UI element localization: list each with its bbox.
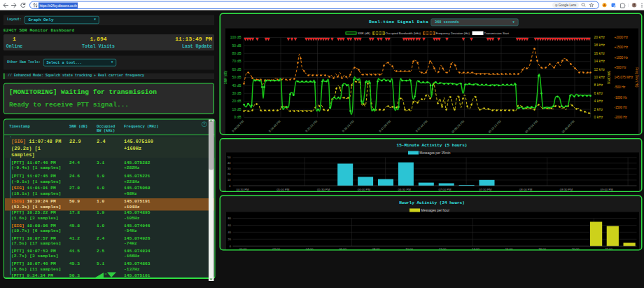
svg-text:Freq Dev (Hz): Freq Dev (Hz)	[635, 67, 638, 88]
svg-text:16:00: 16:00	[505, 247, 513, 251]
svg-text:10 dB: 10 dB	[232, 107, 241, 111]
svg-text:SNR (dB): SNR (dB)	[224, 70, 227, 84]
svg-text:30 dB: 30 dB	[232, 91, 241, 95]
svg-text:14 kHz: 14 kHz	[594, 59, 606, 63]
svg-text:50: 50	[227, 156, 231, 159]
svg-text:12:00: 12:00	[439, 247, 447, 251]
svg-text:10: 10	[227, 178, 231, 181]
svg-text:18 kHz: 18 kHz	[594, 43, 606, 47]
svg-text:20:00: 20:00	[572, 247, 580, 251]
svg-text:+2000 Hz: +2000 Hz	[615, 36, 629, 39]
svg-text:-1000 Hz: -1000 Hz	[615, 96, 628, 100]
svg-text:07:00 PM: 07:00 PM	[438, 188, 451, 191]
svg-text:14:00: 14:00	[472, 247, 479, 251]
svg-text:60 dB: 60 dB	[232, 67, 241, 71]
svg-text:05:00 PM: 05:00 PM	[276, 188, 290, 191]
svg-text:08:00: 08:00	[372, 247, 380, 251]
svg-text:06:30 PM: 06:30 PM	[398, 188, 412, 191]
svg-text:+500 Hz: +500 Hz	[615, 66, 627, 69]
svg-text:09:00 PM: 09:00 PM	[601, 188, 614, 191]
svg-text:10 kHz: 10 kHz	[594, 75, 606, 79]
svg-text:08:00 PM: 08:00 PM	[519, 188, 533, 191]
svg-text:70 dB: 70 dB	[232, 59, 241, 63]
svg-text:08:30 PM: 08:30 PM	[560, 188, 573, 191]
svg-text:20: 20	[228, 238, 232, 241]
svg-text:22:00: 22:00	[605, 247, 612, 251]
svg-text:100 dB: 100 dB	[230, 35, 242, 39]
svg-text:BW (kHz): BW (kHz)	[607, 71, 610, 85]
svg-text:12 kHz: 12 kHz	[594, 67, 606, 71]
svg-text:90 dB: 90 dB	[232, 43, 241, 48]
svg-text:16 kHz: 16 kHz	[594, 51, 606, 55]
svg-text:60: 60	[228, 224, 232, 227]
svg-text:8 kHz: 8 kHz	[594, 83, 603, 87]
svg-text:04:30 PM: 04:30 PM	[236, 188, 249, 191]
svg-text:6 kHz: 6 kHz	[594, 91, 603, 95]
svg-text:145.075 MHz: 145.075 MHz	[615, 76, 634, 79]
svg-text:20 kHz: 20 kHz	[594, 35, 606, 39]
svg-text:06:00: 06:00	[339, 247, 346, 251]
svg-text:+1500 Hz: +1500 Hz	[615, 46, 629, 49]
svg-text:2 kHz: 2 kHz	[594, 107, 603, 111]
svg-text:80: 80	[228, 217, 232, 220]
svg-text:02:00: 02:00	[272, 247, 280, 251]
svg-text:4 kHz: 4 kHz	[594, 99, 603, 103]
svg-text:0 dB: 0 dB	[234, 115, 241, 119]
svg-text:-1500 Hz: -1500 Hz	[615, 106, 628, 109]
svg-text:04:00: 04:00	[306, 247, 314, 251]
svg-text:10:00: 10:00	[405, 247, 413, 251]
svg-text:+1000 Hz: +1000 Hz	[615, 56, 629, 60]
svg-text:40: 40	[227, 161, 231, 165]
svg-text:05:30 PM: 05:30 PM	[317, 188, 330, 191]
svg-text:40: 40	[228, 231, 232, 234]
svg-text:-2000 Hz: -2000 Hz	[615, 116, 628, 119]
svg-text:-500 Hz: -500 Hz	[615, 85, 626, 89]
svg-text:80 dB: 80 dB	[232, 51, 241, 55]
svg-text:07:30 PM: 07:30 PM	[479, 188, 492, 191]
svg-text:18:00: 18:00	[538, 247, 546, 251]
svg-text:40 dB: 40 dB	[232, 83, 241, 88]
svg-text:20 dB: 20 dB	[232, 99, 241, 103]
svg-text:00:00: 00:00	[239, 247, 247, 251]
svg-text:0 kHz: 0 kHz	[594, 115, 603, 119]
svg-text:30: 30	[227, 167, 231, 170]
svg-text:xx: xx	[105, 273, 108, 275]
svg-text:20: 20	[227, 172, 231, 176]
svg-text:06:00 PM: 06:00 PM	[358, 188, 371, 191]
svg-text:50 dB: 50 dB	[232, 75, 241, 79]
